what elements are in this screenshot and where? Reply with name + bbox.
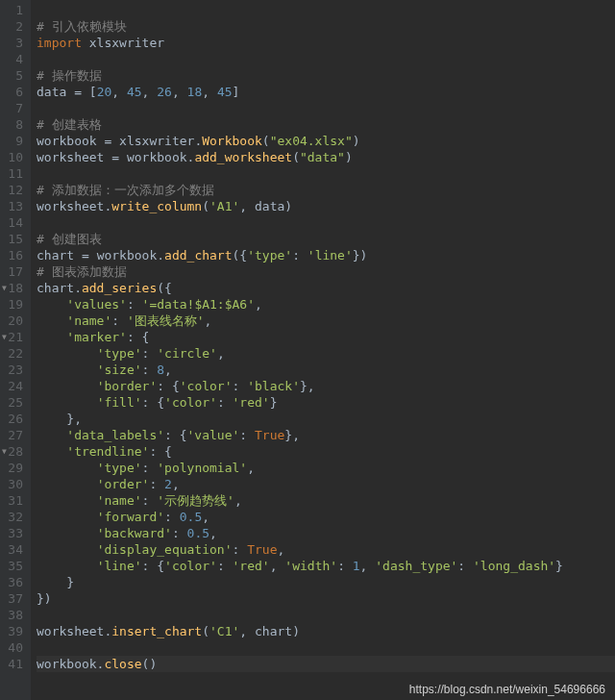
code-area[interactable]: # 引入依赖模块import xlsxwriter# 操作数据data = [2… [31,0,615,700]
code-line[interactable]: 'data_labels': {'value': True}, [37,427,615,443]
token-op: , [142,85,158,99]
code-line[interactable]: } [37,574,615,590]
code-line[interactable]: 'trendline': { [37,443,615,460]
token-op [37,542,97,557]
line-number: 33 [4,525,23,541]
token-string: 'A1' [209,199,239,213]
fold-indicator-icon[interactable]: ▼ [2,443,7,460]
code-line[interactable]: 'order': 2, [37,476,615,492]
token-paren: ( [202,199,209,213]
token-comment: # 引入依赖模块 [37,19,127,34]
code-line[interactable]: worksheet = workbook.add_worksheet("data… [37,149,615,165]
token-op [37,395,97,410]
code-line[interactable]: import xlsxwriter [37,35,615,51]
code-line[interactable]: 'size': 8, [37,362,615,378]
code-line[interactable] [37,2,615,18]
token-string: 'color' [164,559,217,573]
code-line[interactable]: 'type': 'circle', [37,345,615,362]
code-line[interactable]: # 图表添加数据 [37,263,615,280]
token-op: : [457,559,473,573]
token-op: : [172,526,187,540]
token-op: , [202,85,217,99]
code-line[interactable]: # 添加数据：一次添加多个数据 [37,182,615,198]
token-string: 'red' [233,395,270,410]
fold-indicator-icon[interactable]: ▼ [2,280,7,296]
token-number: 8 [157,362,164,377]
token-module: worksheet. [37,199,111,213]
code-line[interactable]: # 引入依赖模块 [37,18,615,35]
code-line[interactable] [37,607,615,623]
code-line[interactable]: # 创建图表 [37,231,615,247]
code-line[interactable] [37,100,615,116]
token-string: 'polynomial' [157,461,247,475]
token-string: 'name' [66,313,111,328]
token-paren: }, [284,428,300,442]
code-line[interactable]: workbook.close() [37,656,615,672]
token-op: , [277,542,284,557]
code-line[interactable]: worksheet.write_column('A1', data) [37,198,615,214]
token-string: 'order' [97,477,150,491]
line-number: 12 [4,182,23,198]
token-op: : [337,559,353,573]
code-line[interactable]: data = [20, 45, 26, 18, 45] [37,84,615,100]
code-line[interactable]: 'type': 'polynomial', [37,460,615,476]
line-number: 11 [4,165,23,182]
token-op [37,477,97,491]
code-line[interactable]: workbook = xlsxwriter.Workbook("ex04.xls… [37,133,615,149]
token-string: '示例趋势线' [157,493,234,508]
code-line[interactable]: }, [37,411,615,427]
code-line[interactable]: }) [37,590,615,607]
token-op: , [172,85,187,99]
fold-indicator-icon[interactable]: ▼ [2,329,7,345]
line-number: 30 [4,476,23,492]
token-op [37,313,66,328]
token-paren: } [270,395,278,410]
line-number: 16 [4,247,23,263]
code-line[interactable]: 'name': '图表线名称', [37,312,615,329]
token-op: , [172,477,180,491]
code-line[interactable]: chart = workbook.add_chart({'type': 'lin… [37,247,615,263]
token-string: 'line' [97,559,142,573]
token-string: 'fill' [97,395,142,410]
code-line[interactable] [37,639,615,656]
code-line[interactable]: # 操作数据 [37,67,615,84]
token-op: : [127,297,142,312]
token-op [37,428,66,442]
token-op: , [217,346,225,361]
code-line[interactable] [37,51,615,67]
line-number: 2 [4,18,23,35]
code-line[interactable]: 'display_equation': True, [37,541,615,558]
code-line[interactable]: 'line': {'color': 'red', 'width': 1, 'da… [37,558,615,574]
token-func: insert_chart [111,624,202,638]
code-line[interactable]: 'forward': 0.5, [37,509,615,525]
token-string: 'forward' [97,510,164,524]
token-paren: ( [202,624,209,638]
token-string: "ex04.xlsx" [270,134,353,148]
code-line[interactable] [37,165,615,182]
token-string: 'type' [247,248,292,262]
code-line[interactable]: 'values': '=data!$A1:$A6', [37,296,615,312]
token-op [37,362,97,377]
token-string: 'values' [66,297,127,312]
code-line[interactable]: worksheet.insert_chart('C1', chart) [37,623,615,639]
token-op: : [217,395,233,410]
token-op [37,330,66,344]
token-module: workbook. [97,248,164,262]
token-op: = [104,134,119,148]
token-op: : [233,542,248,557]
token-module: xlsxwriter. [119,134,202,148]
code-line[interactable]: # 创建表格 [37,116,615,133]
token-func: write_column [111,199,202,213]
code-line[interactable]: 'border': {'color': 'black'}, [37,378,615,394]
code-line[interactable]: 'name': '示例趋势线', [37,492,615,509]
code-line[interactable]: chart.add_series({ [37,280,615,296]
code-line[interactable] [37,214,615,231]
token-op: , [111,85,127,99]
code-line[interactable]: 'backward': 0.5, [37,525,615,541]
code-line[interactable]: 'marker': { [37,329,615,345]
line-number: 25 [4,394,23,411]
code-line[interactable]: 'fill': {'color': 'red'} [37,394,615,411]
line-number: 38 [4,607,23,623]
code-editor[interactable]: 123456789101112131415161718▼192021▼22232… [0,0,615,700]
token-paren: }, [37,412,82,426]
